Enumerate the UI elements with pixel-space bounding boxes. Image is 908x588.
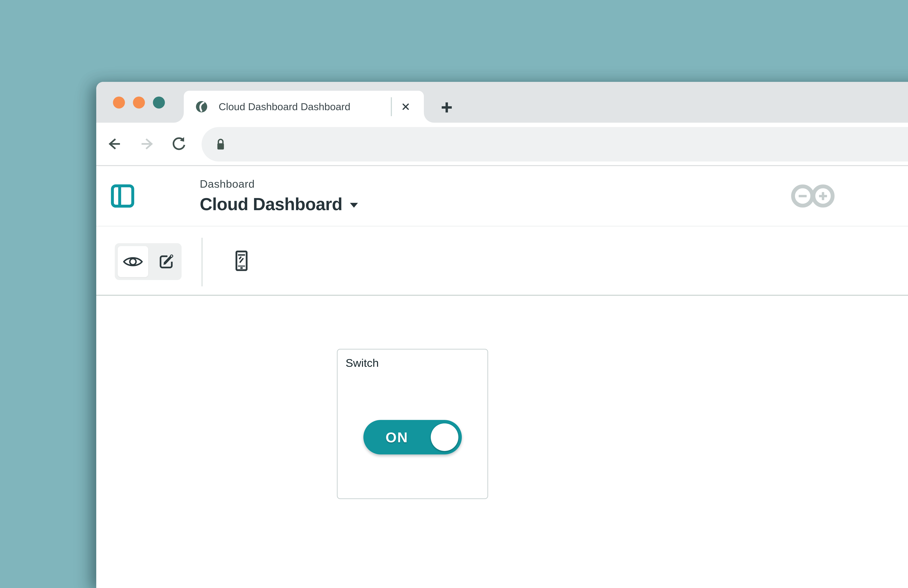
window-control-button[interactable] (133, 96, 145, 109)
eye-icon (123, 255, 143, 268)
dashboard-selector[interactable]: Cloud Dashboard (200, 194, 358, 214)
globe-icon (196, 101, 208, 112)
back-arrow-icon[interactable] (106, 136, 122, 152)
window-controls (113, 96, 165, 109)
browser-nav-bar (96, 123, 908, 166)
sidebar-layout-icon[interactable] (111, 184, 134, 208)
pencil-square-icon (158, 253, 175, 270)
page-titles: Dashboard Cloud Dashboard (200, 178, 358, 214)
tab-title-fade (361, 91, 386, 123)
new-tab-button[interactable] (440, 101, 453, 114)
view-edit-segmented-control (115, 243, 182, 280)
toggle-knob[interactable] (431, 423, 458, 451)
edit-mode-button[interactable] (151, 243, 182, 280)
view-mode-button[interactable] (118, 246, 148, 277)
address-bar[interactable] (201, 127, 908, 162)
toggle-state-label: ON (363, 420, 431, 455)
browser-window: Cloud Dashboard Dashboard (96, 82, 908, 588)
tab-strip: Cloud Dashboard Dashboard (96, 82, 908, 123)
arduino-infinity-icon (790, 184, 836, 208)
reload-icon[interactable] (171, 136, 187, 152)
dashboard-content: Switch ON (96, 296, 908, 588)
close-icon[interactable] (401, 102, 411, 111)
browser-tab[interactable]: Cloud Dashboard Dashboard (184, 91, 424, 123)
page-background: { "page": { "background_color": "#80b5bc… (0, 0, 908, 588)
window-control-button[interactable] (113, 96, 125, 109)
switch-toggle[interactable]: ON (363, 420, 462, 455)
forward-arrow-icon[interactable] (139, 136, 155, 152)
page-title: Cloud Dashboard (200, 194, 342, 214)
window-control-button[interactable] (153, 96, 165, 109)
dashboard-toolbar (96, 227, 908, 296)
toolbar-divider (201, 238, 203, 286)
switch-widget-card: Switch ON (337, 349, 488, 499)
app-header: Dashboard Cloud Dashboard (96, 166, 908, 227)
mobile-phone-icon[interactable] (235, 251, 248, 271)
chevron-down-icon[interactable] (350, 203, 358, 208)
page-eyebrow: Dashboard (200, 178, 358, 190)
tab-separator (391, 97, 392, 116)
widget-label: Switch (346, 357, 379, 370)
padlock-icon (216, 138, 225, 151)
